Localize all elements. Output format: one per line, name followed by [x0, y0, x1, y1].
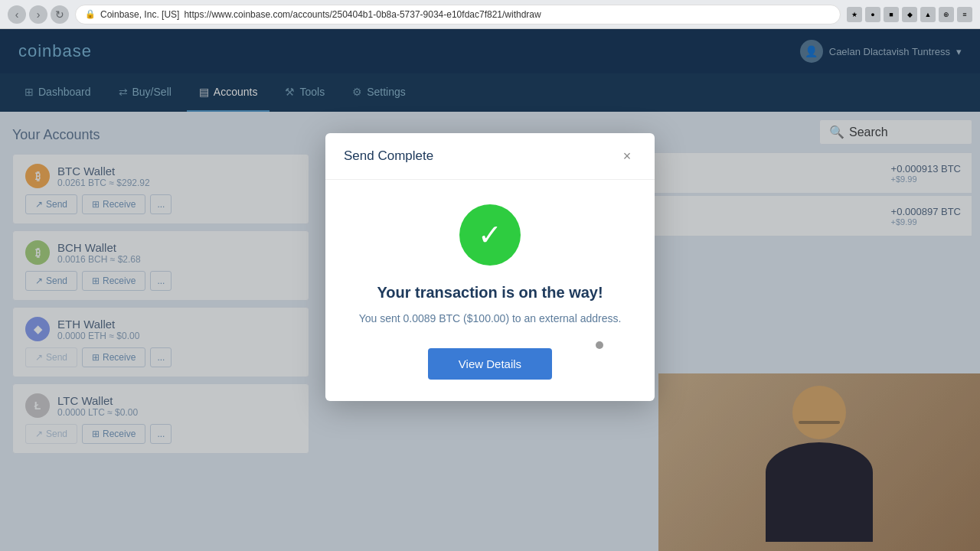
- site-label: Coinbase, Inc. [US]: [100, 9, 179, 20]
- app-container: coinbase 👤 Caelan Dlactavish Tuntress ▾ …: [0, 29, 980, 551]
- address-bar[interactable]: 🔒 Coinbase, Inc. [US] https://www.coinba…: [75, 5, 841, 24]
- browser-icons: ★ ● ■ ◆ ▲ ⊕ ≡: [847, 7, 972, 22]
- modal-backdrop: Send Complete × ✓ Your transaction is on…: [0, 29, 980, 551]
- refresh-button[interactable]: ↻: [51, 5, 69, 24]
- send-complete-modal: Send Complete × ✓ Your transaction is on…: [325, 133, 655, 401]
- ext-icon-5: ▲: [920, 7, 936, 22]
- ext-icon-6: ⊕: [939, 7, 954, 22]
- ext-icon-4: ◆: [902, 7, 917, 22]
- modal-description: You sent 0.0089 BTC ($100.00) to an exte…: [344, 311, 636, 327]
- ext-icon-1: ★: [847, 7, 862, 22]
- ext-icon-7: ≡: [957, 7, 972, 22]
- modal-heading: Your transaction is on the way!: [344, 284, 636, 302]
- forward-button[interactable]: ›: [29, 5, 47, 24]
- browser-chrome: ‹ › ↻ 🔒 Coinbase, Inc. [US] https://www.…: [0, 0, 980, 29]
- checkmark-icon: ✓: [478, 220, 502, 249]
- back-button[interactable]: ‹: [8, 5, 26, 24]
- view-details-button[interactable]: View Details: [428, 348, 552, 380]
- modal-title: Send Complete: [344, 148, 433, 164]
- browser-nav-buttons: ‹ › ↻: [8, 5, 69, 24]
- modal-body: ✓ Your transaction is on the way! You se…: [325, 180, 655, 401]
- ext-icon-3: ■: [884, 7, 899, 22]
- modal-header: Send Complete ×: [325, 133, 655, 180]
- modal-close-button[interactable]: ×: [618, 147, 636, 165]
- url-text: https://www.coinbase.com/accounts/250404…: [184, 9, 541, 20]
- lock-icon: 🔒: [85, 9, 96, 19]
- ext-icon-2: ●: [865, 7, 880, 22]
- success-circle: ✓: [459, 204, 521, 266]
